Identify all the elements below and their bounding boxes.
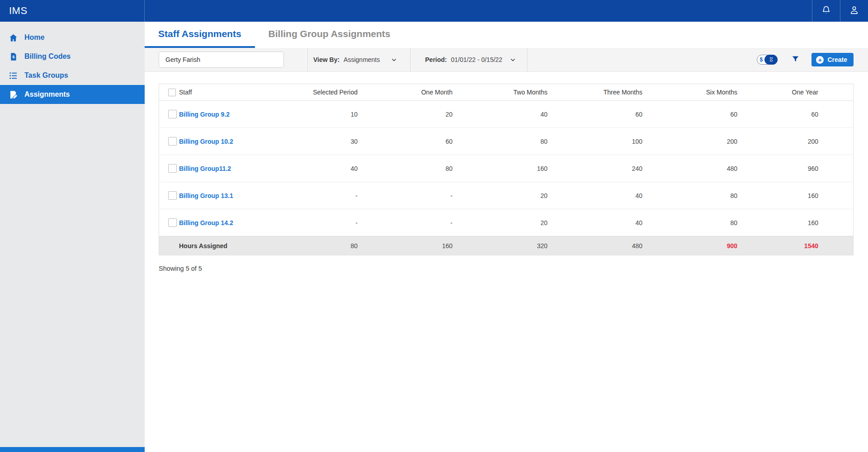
tab-bar: Staff AssignmentsBilling Group Assignmen… (145, 22, 868, 48)
billing-codes-icon: $ (9, 52, 18, 61)
cell-selected-period: 10 (263, 101, 358, 128)
column-header-one-year: One Year (737, 84, 853, 101)
cell-six-months: 80 (642, 209, 737, 236)
column-header-two-months: Two Months (453, 84, 547, 101)
footer-total-two-months: 320 (453, 236, 547, 255)
person-icon (849, 5, 859, 17)
footer-total-three-months: 480 (547, 236, 642, 255)
cell-one-month: 20 (358, 101, 453, 128)
footer-total-selected-period: 80 (263, 236, 358, 255)
column-header-one-month: One Month (358, 84, 453, 101)
home-icon (9, 33, 18, 42)
footer-total-one-year: 1540 (737, 236, 853, 255)
footer-total-one-month: 160 (358, 236, 453, 255)
cell-selected-period: - (263, 182, 358, 209)
billing-group-link[interactable]: Billing Group 14.2 (179, 219, 233, 226)
assignments-icon (9, 90, 18, 99)
billing-group-link[interactable]: Billing Group11.2 (179, 165, 231, 172)
billing-group-link[interactable]: Billing Group 13.1 (179, 192, 233, 199)
table-row: Billing Group 14.2--204080160 (159, 209, 853, 236)
column-header-six-months: Six Months (642, 84, 737, 101)
row-checkbox[interactable] (168, 137, 177, 146)
table-row: Billing Group 13.1--204080160 (159, 182, 853, 209)
cell-one-year: 60 (737, 101, 853, 128)
cell-one-year: 160 (737, 209, 853, 236)
sidebar-item-assignments[interactable]: Assignments (0, 85, 145, 104)
select-all-checkbox[interactable] (168, 89, 176, 96)
task-groups-icon (9, 71, 18, 80)
cell-six-months: 60 (642, 101, 737, 128)
horizontal-scrollbar-thumb[interactable] (0, 447, 145, 452)
row-checkbox-cell (159, 128, 179, 155)
bell-icon (821, 5, 831, 17)
cell-one-month: 80 (358, 155, 453, 182)
sidebar-item-billing-codes[interactable]: $Billing Codes (0, 47, 145, 66)
cell-three-months: 40 (547, 182, 642, 209)
billing-group-link[interactable]: Billing Group 9.2 (179, 111, 230, 118)
notifications-button[interactable] (812, 0, 840, 22)
cell-one-year: 200 (737, 128, 853, 155)
footer-label: Hours Assigned (179, 236, 263, 255)
app-logo[interactable]: IMS (0, 0, 145, 22)
column-header-selected-period: Selected Period (263, 84, 358, 101)
sidebar: Home$Billing CodesTask GroupsAssignments (0, 22, 145, 452)
cell-one-year: 160 (737, 182, 853, 209)
create-button-label: Create (827, 56, 847, 63)
view-by-dropdown[interactable]: View By: Assignments (308, 56, 410, 63)
view-by-label: View By: (313, 56, 340, 63)
divider (527, 48, 528, 71)
app-window: IMS Home$Billing CodesTask GroupsAssignm… (0, 0, 868, 452)
period-dropdown[interactable]: Period: 01/01/22 - 0/15/22 (410, 56, 527, 63)
row-checkbox[interactable] (168, 110, 177, 118)
sidebar-item-label: Home (24, 33, 44, 42)
row-checkbox-cell (159, 209, 179, 236)
row-checkbox[interactable] (168, 164, 177, 173)
sidebar-item-label: Assignments (24, 90, 70, 99)
user-menu-button[interactable] (840, 0, 868, 22)
row-checkbox-cell (159, 182, 179, 209)
search-input[interactable] (159, 52, 284, 68)
cell-two-months: 20 (453, 182, 547, 209)
sidebar-item-task-groups[interactable]: Task Groups (0, 66, 145, 85)
cell-two-months: 20 (453, 209, 547, 236)
view-by-value: Assignments (344, 56, 380, 63)
filter-bar: View By: Assignments Period: 01/01/22 - … (145, 48, 868, 72)
create-button[interactable]: + Create (811, 53, 854, 66)
table-row: Billing Group11.24080160240480960 (159, 155, 853, 182)
footer-empty-cell (159, 236, 179, 255)
staff-cell: Billing Group 10.2 (179, 128, 263, 155)
filter-button[interactable] (791, 55, 800, 65)
table-row: Billing Group 9.2102040606060 (159, 101, 853, 128)
dollar-label: $ (757, 57, 765, 62)
chevron-down-icon (391, 56, 397, 63)
chevron-down-icon (509, 56, 516, 63)
sidebar-item-home[interactable]: Home (0, 28, 145, 47)
top-bar: IMS (0, 0, 868, 22)
billing-group-link[interactable]: Billing Group 10.2 (179, 138, 233, 145)
column-header-staff: Staff (179, 84, 263, 101)
table-header-row: StaffSelected PeriodOne MonthTwo MonthsT… (159, 84, 853, 101)
cell-six-months: 200 (642, 128, 737, 155)
cell-selected-period: - (263, 209, 358, 236)
plus-icon: + (816, 56, 824, 64)
row-checkbox[interactable] (168, 218, 177, 227)
staff-cell: Billing Group 9.2 (179, 101, 263, 128)
cell-selected-period: 40 (263, 155, 358, 182)
tab-billing-group-assignments[interactable]: Billing Group Assignments (255, 22, 404, 48)
table-row: Billing Group 10.2306080100200200 (159, 128, 853, 155)
column-header-three-months: Three Months (547, 84, 642, 101)
currency-hours-toggle[interactable]: $ (757, 55, 778, 65)
period-label: Period: (425, 56, 447, 63)
staff-cell: Billing Group 14.2 (179, 209, 263, 236)
row-checkbox[interactable] (168, 191, 177, 200)
cell-three-months: 100 (547, 128, 642, 155)
hourglass-icon (764, 55, 778, 65)
cell-one-month: - (358, 209, 453, 236)
main-content: Staff AssignmentsBilling Group Assignmen… (145, 22, 868, 452)
cell-six-months: 80 (642, 182, 737, 209)
results-summary: Showing 5 of 5 (159, 265, 868, 272)
cell-two-months: 80 (453, 128, 547, 155)
row-checkbox-cell (159, 155, 179, 182)
assignments-table-card: StaffSelected PeriodOne MonthTwo MonthsT… (159, 84, 854, 255)
tab-staff-assignments[interactable]: Staff Assignments (145, 22, 255, 48)
